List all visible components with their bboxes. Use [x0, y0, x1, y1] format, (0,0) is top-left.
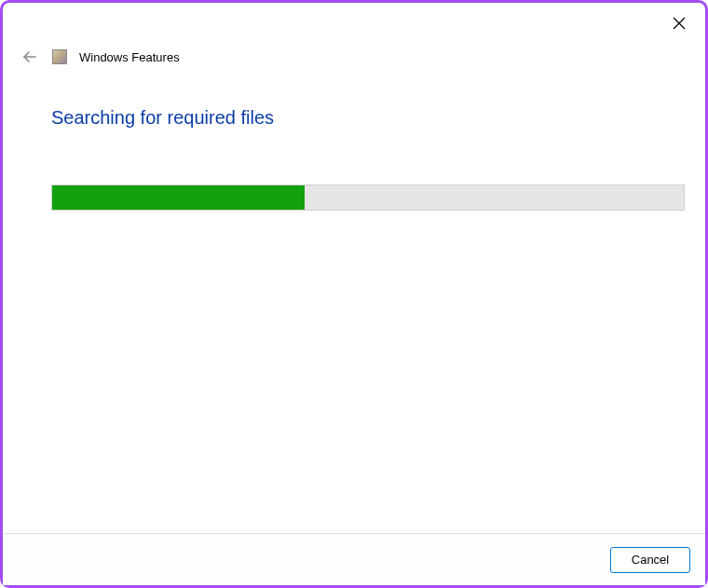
windows-features-icon: [52, 49, 67, 64]
main-heading: Searching for required files: [51, 107, 681, 129]
progress-fill: [52, 185, 305, 210]
titlebar: [3, 3, 705, 40]
header-row: Windows Features: [3, 44, 705, 70]
dialog-window: Windows Features Searching for required …: [0, 0, 708, 588]
progress-bar: [51, 185, 685, 211]
app-icon: [51, 48, 68, 65]
app-title: Windows Features: [79, 50, 180, 64]
back-arrow-icon: [21, 48, 38, 65]
close-button[interactable]: [668, 12, 690, 34]
footer: Cancel: [3, 533, 705, 585]
content-area: Searching for required files: [3, 70, 705, 533]
close-icon: [673, 17, 686, 30]
cancel-button[interactable]: Cancel: [610, 547, 690, 573]
back-button[interactable]: [20, 47, 40, 67]
